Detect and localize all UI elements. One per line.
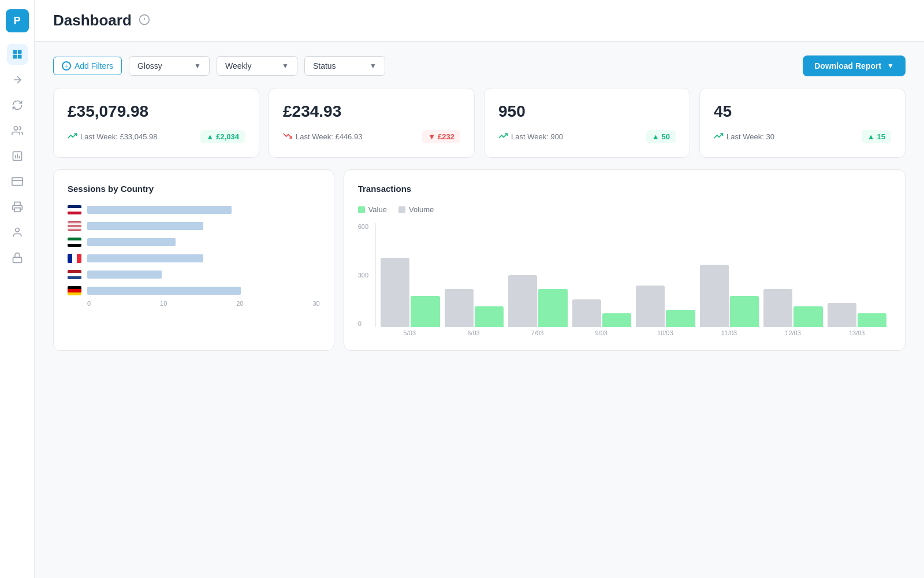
legend-volume: Volume [398, 205, 434, 214]
bar-container-fr [87, 254, 320, 262]
stat-card-1: £234.93 Last Week: £446.93 ▼ £232 [269, 88, 475, 158]
sidebar: P [0, 0, 35, 578]
volume-bar-3 [572, 299, 601, 327]
bar-pair-7 [828, 223, 887, 327]
bar-us [87, 222, 203, 230]
svg-rect-6 [12, 177, 22, 185]
bar-fr [87, 254, 203, 262]
stat-badge-1: ▼ £232 [422, 130, 460, 143]
bar-pair-0 [381, 223, 440, 327]
country-row-us [68, 221, 320, 231]
y-label-600: 600 [358, 223, 368, 230]
value-bar-3 [602, 313, 631, 327]
charts-row: Sessions by Country [53, 169, 906, 351]
sidebar-item-chart[interactable] [7, 146, 28, 166]
svg-rect-8 [14, 208, 20, 212]
x-label-5: 11/03 [699, 329, 759, 336]
filter-weekly[interactable]: Weekly ▼ [217, 56, 297, 76]
filter-status[interactable]: Status ▼ [304, 56, 385, 76]
stat-card-3: 45 Last Week: 30 ▲ 15 [699, 88, 906, 158]
sidebar-item-arrow[interactable] [7, 69, 28, 90]
bar-gb [87, 206, 232, 214]
info-icon[interactable] [139, 14, 150, 28]
trend-up-icon [498, 131, 508, 142]
bar-container-nl [87, 271, 320, 279]
bar-nl [87, 271, 162, 279]
country-row-nl [68, 270, 320, 279]
value-bar-4 [666, 310, 695, 327]
svg-point-4 [14, 127, 18, 131]
page-header: Dashboard [35, 0, 924, 42]
volume-bar-4 [636, 286, 665, 327]
sidebar-item-printer[interactable] [7, 197, 28, 217]
svg-rect-1 [17, 50, 21, 54]
app-logo[interactable]: P [6, 9, 29, 32]
stat-footer-2: Last Week: 900 ▲ 50 [498, 130, 676, 143]
transactions-chart-body: 5/036/037/039/0310/0311/0312/0313/03 [375, 223, 891, 336]
stat-cards-grid: £35,079.98 Last Week: £33,045.98 ▲ £2,03… [53, 88, 906, 158]
stat-last-week-1: Last Week: £446.93 [283, 131, 362, 142]
sidebar-item-person[interactable] [7, 222, 28, 243]
y-axis-labels: 600 300 0 [358, 223, 371, 327]
download-report-button[interactable]: Download Report ▼ [803, 55, 906, 76]
bar-pair-5 [700, 223, 759, 327]
volume-bar-1 [445, 289, 474, 327]
country-bar-chart [68, 205, 320, 295]
stat-card-0: £35,079.98 Last Week: £33,045.98 ▲ £2,03… [53, 88, 259, 158]
value-bar-2 [538, 289, 567, 327]
transactions-legend: Value Volume [358, 205, 891, 214]
filters-row: + Add Filters Glossy ▼ Weekly ▼ Status ▼… [53, 55, 906, 76]
stat-value-1: £234.93 [283, 102, 460, 121]
chevron-down-icon: ▼ [887, 62, 894, 70]
sidebar-item-refresh[interactable] [7, 95, 28, 116]
volume-bar-7 [828, 303, 856, 327]
x-label-6: 12/03 [763, 329, 823, 336]
volume-bar-6 [763, 289, 792, 327]
x-label-3: 9/03 [572, 329, 631, 336]
stat-value-0: £35,079.98 [68, 102, 245, 121]
country-row-de [68, 286, 320, 295]
bar-container-de [87, 287, 320, 295]
bar-pair-6 [763, 223, 823, 327]
stat-value-2: 950 [498, 102, 676, 121]
chevron-down-icon: ▼ [194, 62, 201, 70]
value-bar-1 [475, 306, 504, 327]
stat-footer-0: Last Week: £33,045.98 ▲ £2,034 [68, 130, 245, 143]
flag-ae [68, 238, 81, 247]
country-row-fr [68, 254, 320, 263]
value-bar-7 [858, 313, 886, 327]
x-label-2: 7/03 [508, 329, 567, 336]
x-axis-labels: 5/036/037/039/0310/0311/0312/0313/03 [375, 327, 891, 336]
trend-down-icon [283, 131, 292, 142]
y-label-0: 0 [358, 320, 368, 327]
filter-glossy[interactable]: Glossy ▼ [129, 56, 210, 76]
flag-nl [68, 270, 81, 279]
legend-value: Value [358, 205, 387, 214]
sidebar-item-users[interactable] [7, 120, 28, 141]
stat-badge-0: ▲ £2,034 [200, 130, 245, 143]
sidebar-item-card[interactable] [7, 171, 28, 192]
sessions-chart-card: Sessions by Country [53, 169, 334, 351]
bar-container-ae [87, 238, 320, 246]
flag-gb [68, 205, 81, 214]
bar-pair-3 [572, 223, 632, 327]
x-label-7: 13/03 [827, 329, 886, 336]
page-title: Dashboard [53, 12, 132, 29]
stat-footer-3: Last Week: 30 ▲ 15 [714, 130, 891, 143]
flag-fr [68, 254, 81, 263]
stat-footer-1: Last Week: £446.93 ▼ £232 [283, 130, 460, 143]
sidebar-item-grid[interactable] [7, 44, 28, 65]
bar-container-gb [87, 206, 320, 214]
stat-card-2: 950 Last Week: 900 ▲ 50 [484, 88, 690, 158]
svg-rect-2 [13, 55, 17, 59]
volume-bar-5 [700, 265, 729, 327]
stat-last-week-2: Last Week: 900 [498, 131, 563, 142]
svg-rect-10 [13, 257, 21, 262]
bar-de [87, 287, 241, 295]
transactions-chart-card: Transactions Value Volume [344, 169, 906, 351]
bar-pair-2 [508, 223, 568, 327]
x-label-1: 6/03 [444, 329, 504, 336]
add-filters-button[interactable]: + Add Filters [53, 57, 122, 75]
sidebar-item-lock[interactable] [7, 247, 28, 268]
x-label-4: 10/03 [636, 329, 695, 336]
